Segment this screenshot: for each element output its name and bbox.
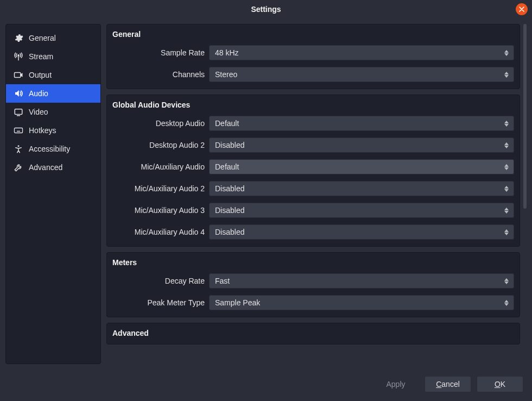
sidebar-item-advanced[interactable]: Advanced	[6, 158, 100, 177]
select-mic-aux-4-value: Disabled	[215, 228, 244, 236]
select-mic-aux-4[interactable]: Disabled	[209, 224, 514, 240]
sidebar-item-label: Hotkeys	[29, 126, 56, 135]
title-bar: Settings	[0, 0, 532, 18]
spinner-icon	[503, 208, 510, 214]
sidebar-item-hotkeys[interactable]: Hotkeys	[6, 121, 100, 140]
select-desktop-audio[interactable]: Default	[209, 116, 514, 131]
monitor-icon	[14, 107, 23, 117]
label-mic-aux: Mic/Auxiliary Audio	[112, 162, 205, 171]
label-sample-rate: Sample Rate	[112, 48, 205, 57]
sidebar-item-label: General	[29, 34, 56, 42]
row-sample-rate: Sample Rate 48 kHz	[112, 45, 514, 60]
section-advanced-title: Advanced	[112, 329, 514, 337]
spinner-icon	[503, 186, 510, 192]
select-peak-meter-type-value: Sample Peak	[215, 298, 260, 307]
antenna-icon	[14, 52, 23, 61]
sidebar-item-label: Stream	[29, 52, 53, 61]
select-decay-rate[interactable]: Fast	[209, 273, 514, 289]
section-general-title: General	[112, 30, 514, 39]
label-decay-rate: Decay Rate	[112, 277, 205, 285]
select-desktop-audio-value: Default	[215, 119, 239, 128]
select-peak-meter-type[interactable]: Sample Peak	[209, 295, 514, 310]
select-mic-aux-2[interactable]: Disabled	[209, 181, 514, 196]
row-desktop-audio: Desktop Audio Default	[112, 116, 514, 131]
ok-button[interactable]: OK	[477, 376, 523, 392]
select-sample-rate-value: 48 kHz	[215, 48, 239, 57]
row-mic-aux-3: Mic/Auxiliary Audio 3 Disabled	[112, 203, 514, 218]
row-decay-rate: Decay Rate Fast	[112, 273, 514, 289]
svg-rect-3	[15, 128, 23, 133]
accessibility-icon	[14, 144, 23, 154]
select-mic-aux-3-value: Disabled	[215, 206, 244, 215]
section-devices-title: Global Audio Devices	[112, 101, 514, 109]
label-peak-meter-type: Peak Meter Type	[112, 298, 205, 307]
spinner-icon	[503, 278, 510, 284]
select-desktop-audio-2-value: Disabled	[215, 141, 244, 149]
section-general: General Sample Rate 48 kHz Channels St	[106, 24, 520, 89]
select-channels[interactable]: Stereo	[209, 67, 514, 82]
tools-icon	[14, 162, 23, 172]
label-desktop-audio: Desktop Audio	[112, 119, 205, 128]
label-desktop-audio-2: Desktop Audio 2	[112, 141, 205, 149]
close-icon	[519, 7, 524, 12]
sidebar-item-accessibility[interactable]: Accessibility	[6, 140, 100, 158]
svg-rect-1	[15, 73, 21, 78]
scrollbar-track[interactable]	[522, 24, 527, 364]
output-icon	[14, 70, 23, 80]
apply-button[interactable]: Apply	[372, 376, 419, 392]
select-desktop-audio-2[interactable]: Disabled	[209, 137, 514, 153]
cancel-button[interactable]: Cancel	[425, 376, 471, 392]
select-mic-aux-3[interactable]: Disabled	[209, 203, 514, 218]
row-mic-aux-4: Mic/Auxiliary Audio 4 Disabled	[112, 224, 514, 240]
spinner-icon	[503, 142, 510, 148]
sidebar-item-video[interactable]: Video	[6, 103, 100, 121]
sidebar-item-audio[interactable]: Audio	[6, 84, 100, 103]
select-mic-aux[interactable]: Default	[209, 159, 514, 174]
content-area: General Stream Output Audio Video	[0, 18, 532, 369]
sidebar-item-label: Accessibility	[29, 145, 70, 153]
audio-icon	[14, 89, 23, 98]
apply-button-label: Apply	[386, 380, 405, 389]
label-channels: Channels	[112, 70, 205, 79]
row-mic-aux-2: Mic/Auxiliary Audio 2 Disabled	[112, 181, 514, 196]
settings-main: General Sample Rate 48 kHz Channels St	[106, 24, 527, 364]
section-devices: Global Audio Devices Desktop Audio Defau…	[106, 95, 520, 247]
keyboard-icon	[14, 126, 23, 135]
sidebar-item-label: Audio	[29, 89, 48, 98]
window-close-button[interactable]	[516, 3, 528, 15]
ok-button-label: OK	[495, 380, 505, 389]
gear-icon	[14, 33, 23, 43]
spinner-icon	[503, 229, 510, 235]
row-mic-aux: Mic/Auxiliary Audio Default	[112, 159, 514, 174]
svg-rect-2	[15, 109, 22, 115]
row-desktop-audio-2: Desktop Audio 2 Disabled	[112, 137, 514, 153]
select-mic-aux-value: Default	[215, 162, 239, 171]
svg-point-4	[18, 145, 20, 147]
section-advanced: Advanced	[106, 323, 520, 344]
scrollbar-thumb[interactable]	[523, 24, 527, 209]
row-channels: Channels Stereo	[112, 67, 514, 82]
label-mic-aux-3: Mic/Auxiliary Audio 3	[112, 206, 205, 215]
select-decay-rate-value: Fast	[215, 277, 230, 285]
select-mic-aux-2-value: Disabled	[215, 184, 244, 193]
spinner-icon	[503, 300, 510, 306]
sidebar-item-label: Video	[29, 108, 48, 116]
sidebar-item-stream[interactable]: Stream	[6, 47, 100, 66]
cancel-button-label: Cancel	[436, 380, 460, 389]
spinner-icon	[503, 164, 510, 170]
select-sample-rate[interactable]: 48 kHz	[209, 45, 514, 60]
dialog-buttons: Apply Cancel OK	[0, 369, 532, 401]
sidebar-item-general[interactable]: General	[6, 29, 100, 47]
section-meters-title: Meters	[112, 258, 514, 267]
label-mic-aux-2: Mic/Auxiliary Audio 2	[112, 184, 205, 193]
row-peak-meter-type: Peak Meter Type Sample Peak	[112, 295, 514, 310]
window-title: Settings	[251, 5, 281, 14]
settings-sidebar: General Stream Output Audio Video	[5, 24, 101, 364]
spinner-icon	[503, 72, 510, 78]
section-meters: Meters Decay Rate Fast Peak Meter Type S…	[106, 252, 520, 317]
sidebar-item-output[interactable]: Output	[6, 66, 100, 84]
sidebar-item-label: Advanced	[29, 163, 62, 172]
spinner-icon	[503, 50, 510, 56]
sidebar-item-label: Output	[29, 71, 52, 79]
label-mic-aux-4: Mic/Auxiliary Audio 4	[112, 228, 205, 236]
